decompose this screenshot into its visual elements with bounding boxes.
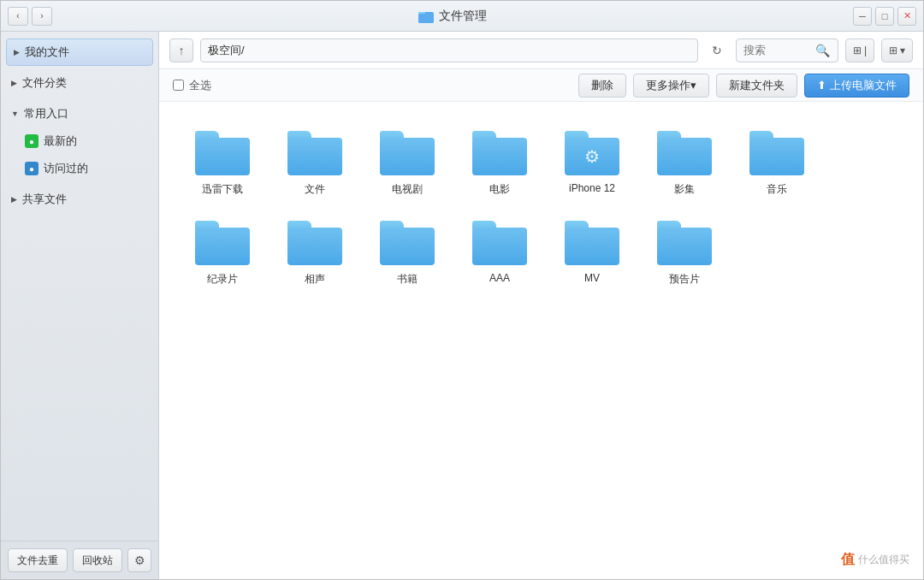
- arrow-icon: ▶: [11, 195, 17, 204]
- folder-name: 书籍: [397, 272, 418, 287]
- sidebar-item-my-files[interactable]: ▶ 我的文件: [6, 38, 153, 66]
- watermark-icon: 值: [841, 551, 855, 569]
- folder-item[interactable]: 电影: [457, 122, 542, 205]
- grid-view-button[interactable]: ⊞ ▾: [881, 38, 913, 62]
- file-grid: 迅雷下载文件电视剧电影⚙iPhone 12影集音乐纪录片相声书籍AAAMV预告片: [159, 102, 923, 579]
- sidebar-recent-label: 最新的: [44, 133, 77, 149]
- folder-icon: [657, 221, 712, 265]
- select-all-checkbox[interactable]: [173, 80, 184, 91]
- folder-name: 预告片: [669, 272, 700, 287]
- folder-icon: [380, 221, 435, 265]
- title-bar: ‹ › 文件管理 ─ □ ✕: [1, 1, 923, 32]
- folder-name: 影集: [674, 182, 695, 197]
- window-title: 文件管理: [439, 9, 487, 24]
- sort-view-button[interactable]: ⊞ |: [845, 38, 874, 62]
- visited-icon: ●: [25, 162, 38, 175]
- folder-item[interactable]: 书籍: [364, 212, 450, 295]
- folder-icon: [472, 131, 527, 175]
- folder-name: 电视剧: [392, 182, 423, 197]
- new-folder-button[interactable]: 新建文件夹: [716, 74, 797, 98]
- folder-icon: [195, 221, 250, 265]
- folder-icon: [380, 131, 435, 175]
- dropdown-arrow: ▾: [900, 44, 905, 56]
- upload-button[interactable]: ⬆ 上传电脑文件: [804, 74, 909, 98]
- folder-name: 电影: [489, 182, 510, 197]
- folder-name: 迅雷下载: [202, 182, 243, 197]
- sidebar-item-recent[interactable]: ● 最新的: [1, 127, 158, 155]
- folder-icon: [749, 131, 804, 175]
- window-title-area: 文件管理: [418, 9, 487, 24]
- nav-back-button[interactable]: ‹: [8, 7, 28, 26]
- sidebar-my-files-label: 我的文件: [25, 44, 69, 60]
- sidebar-item-shared[interactable]: ▶ 共享文件: [1, 186, 158, 213]
- more-actions-button[interactable]: 更多操作▾: [633, 74, 709, 98]
- nav-buttons: ‹ ›: [8, 7, 52, 26]
- folder-icon: [472, 221, 527, 265]
- sidebar-common-label: 常用入口: [24, 106, 68, 121]
- folder-item[interactable]: 迅雷下载: [180, 122, 265, 205]
- select-all-label[interactable]: 全选: [173, 78, 211, 93]
- folder-icon: [657, 131, 712, 175]
- folder-name: 文件: [305, 182, 325, 197]
- folder-item[interactable]: 文件: [272, 122, 358, 205]
- folder-item[interactable]: 影集: [642, 122, 727, 205]
- sort-separator: |: [864, 44, 867, 56]
- settings-button[interactable]: ⚙: [127, 548, 151, 572]
- refresh-button[interactable]: ↻: [705, 38, 729, 62]
- search-input[interactable]: [743, 44, 812, 56]
- select-all-text: 全选: [189, 78, 211, 93]
- sidebar-item-visited[interactable]: ● 访问过的: [1, 155, 158, 182]
- folder-item[interactable]: ⚙iPhone 12: [549, 122, 635, 205]
- sidebar-file-class-label: 文件分类: [22, 75, 67, 91]
- folder-name: AAA: [489, 272, 510, 284]
- svg-rect-2: [418, 14, 434, 23]
- folder-icon: [195, 131, 250, 175]
- folder-item[interactable]: 纪录片: [180, 212, 265, 295]
- close-button[interactable]: ✕: [897, 7, 916, 26]
- arrow-icon: ▼: [11, 109, 19, 118]
- folder-title-icon: [418, 9, 434, 24]
- recycle-button[interactable]: 回收站: [73, 548, 122, 572]
- sidebar-shared-label: 共享文件: [22, 192, 67, 207]
- file-area: ↑ ↻ 🔍 ⊞ | ⊞ ▾ 全: [159, 32, 923, 579]
- watermark-text: 什么值得买: [858, 553, 909, 567]
- action-bar: 全选 删除 更多操作▾ 新建文件夹 ⬆ 上传电脑文件: [159, 69, 923, 102]
- folder-icon: [287, 131, 342, 175]
- folder-name: 音乐: [767, 182, 787, 197]
- nav-forward-button[interactable]: ›: [32, 7, 52, 26]
- navigate-up-button[interactable]: ↑: [169, 38, 193, 62]
- folder-name: 相声: [305, 272, 325, 287]
- sidebar-nav: ▶ 我的文件 ▶ 文件分类 ▼ 常用入口 ● 最新的 ● 访问过的: [1, 32, 158, 541]
- path-input[interactable]: [200, 38, 698, 62]
- folder-name: iPhone 12: [569, 182, 615, 194]
- delete-button[interactable]: 删除: [578, 74, 626, 98]
- folder-item[interactable]: 相声: [272, 212, 358, 295]
- toolbar: ↑ ↻ 🔍 ⊞ | ⊞ ▾: [159, 32, 923, 69]
- sort-icon: ⊞: [853, 44, 862, 56]
- maximize-button[interactable]: □: [875, 7, 894, 26]
- sidebar-section-common: ▼ 常用入口: [1, 100, 158, 127]
- sidebar: ▶ 我的文件 ▶ 文件分类 ▼ 常用入口 ● 最新的 ● 访问过的: [1, 32, 159, 579]
- search-icon: 🔍: [815, 44, 830, 57]
- recent-icon: ●: [25, 134, 38, 148]
- folder-name: 纪录片: [207, 272, 238, 287]
- folder-icon: [287, 221, 342, 265]
- arrow-icon: ▶: [14, 48, 20, 56]
- main-content: ▶ 我的文件 ▶ 文件分类 ▼ 常用入口 ● 最新的 ● 访问过的: [1, 32, 923, 579]
- folder-icon: ⚙: [565, 131, 619, 175]
- folder-item[interactable]: 音乐: [734, 122, 820, 205]
- folder-icon: [565, 221, 619, 265]
- folder-item[interactable]: 电视剧: [364, 122, 450, 205]
- sidebar-visited-label: 访问过的: [44, 161, 88, 176]
- sidebar-footer: 文件去重 回收站 ⚙: [1, 541, 158, 579]
- search-box: 🔍: [736, 38, 838, 62]
- minimize-button[interactable]: ─: [853, 7, 872, 26]
- sidebar-item-file-class[interactable]: ▶ 文件分类: [1, 69, 158, 97]
- watermark: 值 什么值得买: [841, 551, 909, 569]
- dedup-button[interactable]: 文件去重: [8, 548, 68, 572]
- window-controls: ─ □ ✕: [853, 7, 916, 26]
- folder-item[interactable]: 预告片: [642, 212, 727, 295]
- folder-name: MV: [584, 272, 600, 284]
- folder-item[interactable]: MV: [549, 212, 635, 295]
- folder-item[interactable]: AAA: [457, 212, 542, 295]
